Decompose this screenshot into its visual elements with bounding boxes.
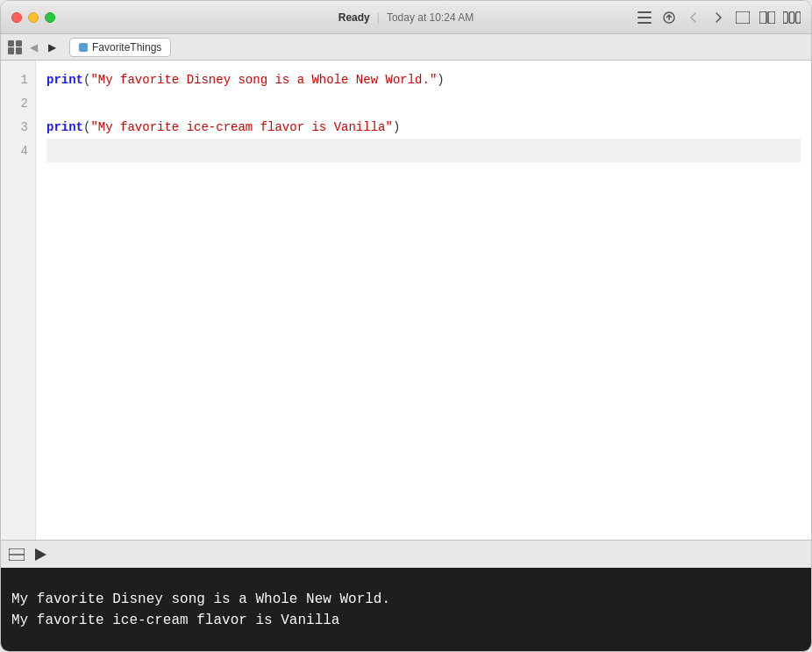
keyword-print-1: print	[46, 73, 83, 87]
code-area[interactable]: print("My favorite Disney song is a Whol…	[36, 61, 811, 540]
triple-panel-icon[interactable]	[783, 9, 801, 26]
titlebar-status-area: Ready | Today at 10:24 AM	[338, 11, 474, 24]
tabbar: ◀ ▶ FavoriteThings	[1, 34, 811, 61]
single-panel-icon[interactable]	[734, 9, 751, 26]
svg-rect-4	[736, 11, 750, 24]
line-number-4: 4	[1, 139, 35, 162]
nav-forward-arrow[interactable]: ▶	[46, 39, 59, 55]
code-line-3: print("My favorite ice-cream flavor is V…	[46, 115, 801, 139]
editor-area[interactable]: 1 2 3 4 print("My favorite Disney song i…	[1, 61, 811, 540]
status-time: Today at 10:24 AM	[387, 11, 474, 24]
main-window: Ready | Today at 10:24 AM	[0, 0, 812, 652]
console-line-2: My favorite ice-cream flavor is Vanilla	[11, 610, 801, 631]
run-triangle-icon	[35, 548, 46, 561]
line-number-3: 3	[1, 115, 35, 139]
string-2: "My favorite ice-cream flavor is Vanilla…	[90, 120, 392, 134]
back-icon[interactable]	[685, 9, 702, 26]
grid-icon[interactable]	[8, 40, 22, 54]
code-line-1: print("My favorite Disney song is a Whol…	[46, 68, 801, 91]
nav-back-arrow[interactable]: ◀	[27, 39, 40, 55]
editor-container: 1 2 3 4 print("My favorite Disney song i…	[1, 61, 811, 651]
console-line-1: My favorite Disney song is a Whole New W…	[11, 589, 801, 610]
file-tab[interactable]: FavoriteThings	[69, 38, 171, 57]
line-numbers: 1 2 3 4	[1, 61, 36, 540]
paren-open-2: (	[83, 120, 90, 134]
close-button[interactable]	[11, 12, 22, 23]
titlebar: Ready | Today at 10:24 AM	[1, 1, 811, 34]
share-icon[interactable]	[660, 9, 678, 26]
svg-rect-9	[796, 11, 801, 23]
maximize-button[interactable]	[45, 12, 55, 23]
svg-rect-2	[637, 22, 652, 24]
keyword-print-2: print	[46, 120, 83, 134]
split-panel-icon[interactable]	[759, 9, 776, 26]
paren-close-1: )	[437, 73, 444, 87]
svg-rect-6	[768, 11, 775, 24]
code-line-4	[46, 139, 801, 162]
console-output: My favorite Disney song is a Whole New W…	[1, 568, 811, 651]
run-button[interactable]	[32, 547, 48, 562]
file-tab-icon	[79, 43, 88, 52]
titlebar-right-controls	[636, 9, 801, 26]
line-number-2: 2	[1, 91, 35, 115]
string-1: "My favorite Disney song is a Whole New …	[90, 73, 437, 87]
status-separator: |	[377, 11, 380, 24]
lines-icon[interactable]	[636, 9, 653, 26]
code-line-2	[46, 91, 801, 115]
paren-open-1: (	[83, 73, 90, 87]
forward-icon[interactable]	[709, 9, 727, 26]
status-label: Ready	[338, 11, 370, 24]
traffic-lights	[11, 12, 55, 23]
line-number-1: 1	[1, 68, 35, 91]
svg-rect-0	[637, 11, 652, 13]
svg-rect-7	[783, 11, 787, 23]
console-toggle-icon[interactable]	[8, 546, 25, 563]
bottom-toolbar	[1, 540, 811, 568]
svg-rect-5	[759, 11, 766, 24]
file-tab-label: FavoriteThings	[92, 41, 161, 54]
paren-close-2: )	[393, 120, 400, 134]
svg-rect-8	[789, 11, 794, 23]
tabbar-left: ◀ ▶	[8, 39, 59, 55]
svg-rect-1	[637, 17, 652, 18]
minimize-button[interactable]	[28, 12, 39, 23]
